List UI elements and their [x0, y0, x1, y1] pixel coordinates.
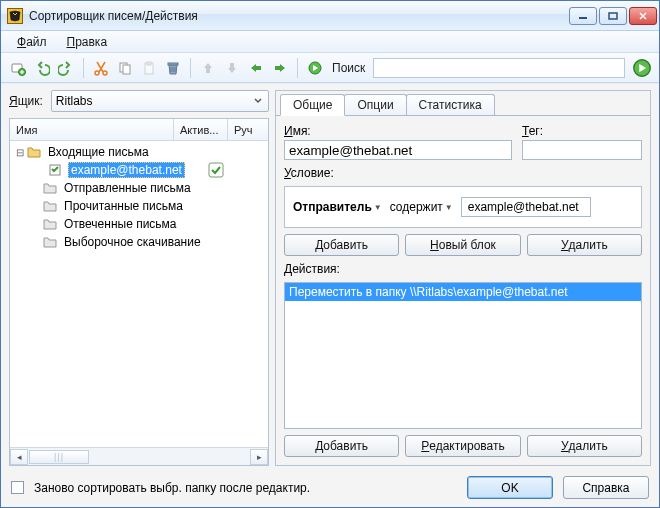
tab-stats[interactable]: Статистика [406, 94, 495, 115]
cond-delete-button[interactable]: Удалить [527, 234, 642, 256]
svg-rect-18 [209, 163, 223, 177]
tree-node-replied[interactable]: Отвеченные письма [10, 215, 268, 233]
action-delete-button[interactable]: Удалить [527, 435, 642, 457]
close-button[interactable] [629, 7, 657, 25]
help-button[interactable]: Справка [563, 476, 649, 499]
tree-node-selective[interactable]: Выборочное скачивание [10, 233, 268, 251]
toolbar-sep2 [190, 58, 191, 78]
right-pane: Общие Опции Статистика Имя: Тег: [275, 90, 651, 466]
name-input[interactable] [284, 140, 512, 160]
search-label: Поиск [332, 61, 365, 75]
name-row: Имя: Тег: [284, 124, 642, 160]
scroll-thumb[interactable]: ||| [29, 450, 89, 464]
move-left-icon[interactable] [245, 57, 267, 79]
search-start-icon[interactable] [304, 57, 326, 79]
condition-value[interactable]: example@thebat.net [461, 197, 591, 217]
actions-label: Действия: [284, 262, 642, 276]
copy-icon[interactable] [114, 57, 136, 79]
window-buttons [569, 7, 657, 25]
svg-rect-11 [206, 68, 210, 73]
resort-label: Заново сортировать выбр. папку после ред… [34, 481, 310, 495]
cut-icon[interactable] [90, 57, 112, 79]
action-edit-button[interactable]: Редактировать [405, 435, 520, 457]
actions-buttons: Добавить Редактировать Удалить [284, 435, 642, 457]
search-input[interactable] [373, 58, 625, 78]
col-manual[interactable]: Руч [228, 119, 268, 140]
folder-icon [42, 180, 58, 196]
undo-icon[interactable] [31, 57, 53, 79]
tree-node-outbox[interactable]: Отправленные письма [10, 179, 268, 197]
resort-checkbox[interactable] [11, 481, 24, 494]
svg-rect-0 [579, 17, 587, 19]
maximize-button[interactable] [599, 7, 627, 25]
mailbox-combo-value: Ritlabs [56, 94, 93, 108]
delete-icon[interactable] [162, 57, 184, 79]
svg-rect-9 [147, 62, 151, 65]
tree-node-inbox[interactable]: ⊟ Входящие письма [10, 143, 268, 161]
tab-options[interactable]: Опции [344, 94, 406, 115]
cond-newblock-button[interactable]: Новый блок [405, 234, 520, 256]
chevron-down-icon: ▼ [374, 203, 382, 212]
folder-icon [42, 234, 58, 250]
mailbox-combo[interactable]: Ritlabs [51, 90, 269, 112]
rules-tree: Имя Актив... Руч ⊟ Входящие письма examp… [9, 118, 269, 466]
condition-label: Условие: [284, 166, 642, 180]
move-up-icon [197, 57, 219, 79]
client-area: Ящик: Ritlabs Имя Актив... Руч ⊟ [1, 83, 659, 507]
tree-node-read[interactable]: Прочитанные письма [10, 197, 268, 215]
main-row: Ящик: Ritlabs Имя Актив... Руч ⊟ [9, 90, 651, 466]
chevron-down-icon: ▼ [445, 203, 453, 212]
condition-verb-dropdown[interactable]: содержит ▼ [390, 200, 453, 214]
scroll-left-icon[interactable]: ◂ [10, 449, 28, 465]
actions-list[interactable]: Переместить в папку \\Ritlabs\example@th… [284, 282, 642, 429]
menubar: Файл Правка [1, 31, 659, 53]
name-col: Имя: [284, 124, 512, 160]
tree-node-rule-1[interactable]: example@thebat.net [10, 161, 268, 179]
titlebar: Сортировщик писем/Действия [1, 1, 659, 31]
tab-general[interactable]: Общие [280, 94, 345, 116]
tag-col: Тег: [522, 124, 642, 160]
ok-button[interactable]: OK [467, 476, 553, 499]
svg-rect-1 [609, 13, 617, 19]
menu-file[interactable]: Файл [7, 33, 57, 51]
svg-point-5 [103, 71, 107, 75]
search-go-icon[interactable] [631, 57, 653, 79]
window-title: Сортировщик писем/Действия [29, 9, 569, 23]
col-active[interactable]: Актив... [174, 119, 228, 140]
cond-add-button[interactable]: Добавить [284, 234, 399, 256]
tree-header: Имя Актив... Руч [10, 119, 268, 141]
tag-label: Тег: [522, 124, 642, 138]
menu-edit[interactable]: Правка [57, 33, 118, 51]
condition-buttons: Добавить Новый блок Удалить [284, 234, 642, 256]
svg-rect-12 [230, 63, 234, 68]
name-label: Имя: [284, 124, 512, 138]
tag-input[interactable] [522, 140, 642, 160]
tree-body[interactable]: ⊟ Входящие письма example@thebat.net [10, 141, 268, 447]
app-icon [7, 8, 23, 24]
toolbar-sep3 [297, 58, 298, 78]
condition-subject-dropdown[interactable]: Отправитель ▼ [293, 200, 382, 214]
scroll-right-icon[interactable]: ▸ [250, 449, 268, 465]
horizontal-scrollbar[interactable]: ◂ ||| ▸ [10, 447, 268, 465]
add-icon[interactable] [7, 57, 29, 79]
svg-rect-13 [256, 66, 261, 70]
move-right-icon[interactable] [269, 57, 291, 79]
window: Сортировщик писем/Действия Файл Правка П… [0, 0, 660, 508]
move-down-icon [221, 57, 243, 79]
action-add-button[interactable]: Добавить [284, 435, 399, 457]
minimize-button[interactable] [569, 7, 597, 25]
mailbox-row: Ящик: Ritlabs [9, 90, 269, 112]
mailbox-label: Ящик: [9, 94, 43, 108]
folder-icon [42, 198, 58, 214]
col-name[interactable]: Имя [10, 119, 174, 140]
collapse-icon[interactable]: ⊟ [14, 147, 26, 158]
condition-editor: Отправитель ▼ содержит ▼ example@thebat.… [284, 186, 642, 228]
active-check-icon[interactable] [208, 162, 224, 178]
redo-icon[interactable] [55, 57, 77, 79]
action-item[interactable]: Переместить в папку \\Ritlabs\example@th… [285, 283, 641, 301]
left-pane: Ящик: Ritlabs Имя Актив... Руч ⊟ [9, 90, 269, 466]
tabs: Общие Опции Статистика [276, 91, 650, 115]
toolbar-sep [83, 58, 84, 78]
tab-panel-general: Имя: Тег: Условие: Отправитель ▼ содержи… [276, 115, 650, 465]
svg-point-4 [95, 71, 99, 75]
